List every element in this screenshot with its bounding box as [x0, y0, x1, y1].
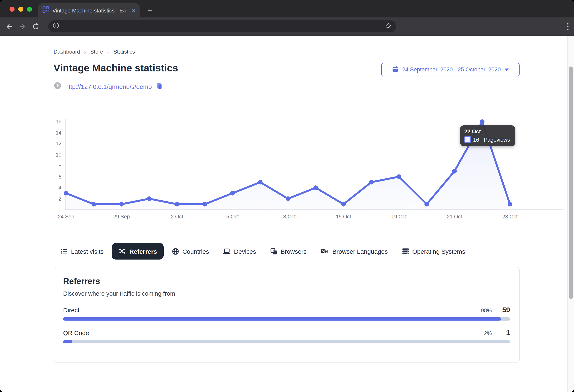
chart-point[interactable] — [203, 202, 207, 206]
browser-toolbar — [0, 18, 574, 36]
y-axis-tick: 12 — [0, 140, 62, 147]
chart-point[interactable] — [480, 119, 485, 124]
chart-point[interactable] — [452, 169, 457, 174]
chart-point[interactable] — [313, 186, 318, 190]
chart-point[interactable] — [397, 174, 401, 179]
chevron-down-icon — [504, 68, 509, 71]
page-scrollbar[interactable] — [567, 36, 574, 392]
stat-tab-label: Browsers — [281, 248, 307, 255]
breadcrumb-statistics: Statistics — [113, 49, 135, 55]
referrer-label: Direct — [63, 307, 481, 313]
chart-point[interactable] — [175, 202, 179, 206]
go-circle-icon — [54, 82, 61, 91]
globe-icon — [172, 248, 179, 255]
qr-favicon-icon — [42, 6, 49, 15]
chart-point[interactable] — [341, 202, 346, 206]
calendar-icon — [392, 66, 399, 73]
referrer-row: QR Code 2% 1 — [63, 329, 510, 343]
tooltip-date: 22 Oct — [464, 128, 510, 135]
x-axis-tick: 21 Oct — [437, 214, 472, 220]
server-stack-icon — [402, 248, 409, 255]
x-axis-tick: 19 Oct — [382, 214, 416, 220]
date-range-picker[interactable]: 24 September, 2020 - 25 October, 2020 — [381, 63, 520, 76]
laptop-icon — [223, 248, 231, 255]
referrers-card: Referrers Discover where your traffic is… — [54, 267, 520, 363]
address-bar[interactable] — [48, 20, 396, 32]
stat-tab-countries[interactable]: Countries — [166, 243, 215, 260]
browser-tab[interactable]: Vintage Machine statistics - Ea × — [38, 3, 140, 18]
page-title: Vintage Machine statistics — [54, 62, 178, 74]
store-url-link[interactable]: http://127.0.0.1/qrmenu/s/demo — [65, 83, 152, 90]
new-tab-button[interactable]: + — [144, 5, 155, 16]
y-axis-tick: 4 — [0, 184, 62, 191]
y-axis-tick: 16 — [0, 118, 62, 125]
scrollbar-thumb[interactable] — [569, 66, 573, 299]
forward-button[interactable] — [19, 23, 26, 30]
chart-tooltip: 22 Oct 16 - Pageviews — [460, 125, 515, 146]
chart-point[interactable] — [119, 202, 124, 206]
stat-tab-label: Operating Systems — [412, 248, 465, 255]
store-url-row: http://127.0.0.1/qrmenu/s/demo — [54, 82, 163, 91]
stat-tab-label: Browser Languages — [332, 248, 388, 255]
stat-tabs: Latest visitsReferrersCountriesDevicesBr… — [55, 243, 471, 260]
chart-point[interactable] — [286, 196, 290, 201]
reload-button[interactable] — [32, 23, 40, 30]
x-axis-tick: 13 Oct — [271, 214, 306, 220]
site-info-icon[interactable] — [53, 22, 59, 30]
referrer-percent: 2% — [484, 330, 492, 336]
card-subtitle: Discover where your traffic is coming fr… — [63, 290, 510, 297]
chevron-right-icon: › — [107, 49, 109, 55]
tab-close-icon[interactable]: × — [132, 7, 135, 13]
referrer-count: 1 — [492, 329, 510, 337]
stat-tab-devices[interactable]: Devices — [217, 243, 262, 260]
referrer-progress-track — [63, 317, 510, 321]
page-content: Dashboard › Store › Statistics Vintage M… — [0, 36, 574, 392]
chart-point[interactable] — [258, 180, 263, 185]
referrer-progress-track — [63, 340, 510, 343]
svg-text:A: A — [322, 249, 324, 252]
pageviews-line-chart[interactable]: 0246810121416 24 Sep29 Sep2 Oct5 Oct13 O… — [0, 115, 574, 223]
breadcrumb-dashboard[interactable]: Dashboard — [54, 49, 80, 55]
stat-tab-browsers[interactable]: Browsers — [264, 243, 312, 260]
referrer-row: Direct 98% 59 — [63, 306, 510, 321]
x-axis-tick: 24 Sep — [49, 214, 83, 220]
stat-tab-label: Latest visits — [71, 248, 104, 255]
y-axis-tick: 2 — [0, 195, 62, 202]
referrer-progress-fill — [63, 340, 72, 343]
y-axis-tick: 0 — [0, 206, 62, 213]
chart-point[interactable] — [508, 202, 512, 206]
tooltip-legend-swatch — [464, 136, 471, 143]
chart-point[interactable] — [369, 180, 374, 185]
stat-tab-label: Referrers — [129, 248, 157, 255]
stat-tab-latest-visits[interactable]: Latest visits — [55, 243, 109, 260]
chart-point[interactable] — [230, 191, 235, 196]
y-axis-tick: 14 — [0, 129, 62, 136]
browser-tabstrip: Vintage Machine statistics - Ea × + — [0, 0, 574, 18]
close-window-button[interactable] — [10, 7, 15, 12]
chart-point[interactable] — [64, 191, 68, 196]
breadcrumb-store[interactable]: Store — [90, 49, 103, 55]
chart-point[interactable] — [147, 196, 152, 201]
copy-url-icon[interactable] — [156, 82, 163, 91]
zoom-window-button[interactable] — [27, 7, 32, 12]
stat-tab-browser-languages[interactable]: ABrowser Languages — [315, 243, 393, 260]
x-axis-tick: 15 Oct — [326, 214, 361, 220]
chevron-right-icon: › — [84, 49, 86, 55]
y-axis-tick: 8 — [0, 162, 62, 169]
tooltip-value: 16 - Pageviews — [473, 136, 510, 143]
minimize-window-button[interactable] — [18, 7, 23, 12]
referrer-progress-fill — [63, 317, 501, 321]
browser-menu-icon[interactable] — [564, 22, 572, 31]
chart-point[interactable] — [425, 202, 429, 206]
chart-point[interactable] — [92, 202, 96, 206]
y-axis-tick: 10 — [0, 151, 62, 158]
date-range-label: 24 September, 2020 - 25 October, 2020 — [402, 66, 501, 73]
referrer-count: 59 — [492, 306, 510, 314]
bookmark-star-icon[interactable] — [385, 22, 392, 31]
x-axis-tick: 5 Oct — [215, 214, 250, 220]
back-button[interactable] — [5, 23, 13, 30]
stat-tab-operating-systems[interactable]: Operating Systems — [396, 243, 471, 260]
y-axis-tick: 6 — [0, 173, 62, 180]
stat-tab-referrers[interactable]: Referrers — [112, 243, 164, 260]
translate-icon: A — [321, 248, 329, 255]
